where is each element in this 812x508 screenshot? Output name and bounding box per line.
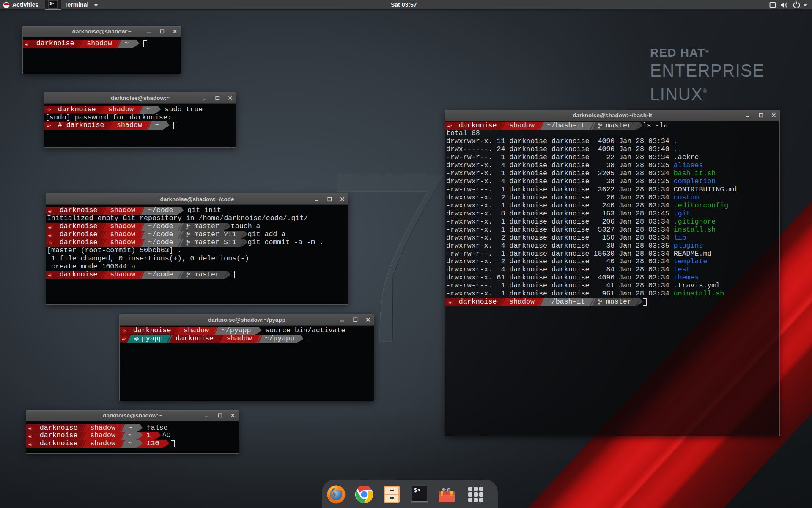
svg-text:$>: $> (414, 488, 420, 494)
svg-text:$>: $> (49, 2, 54, 6)
